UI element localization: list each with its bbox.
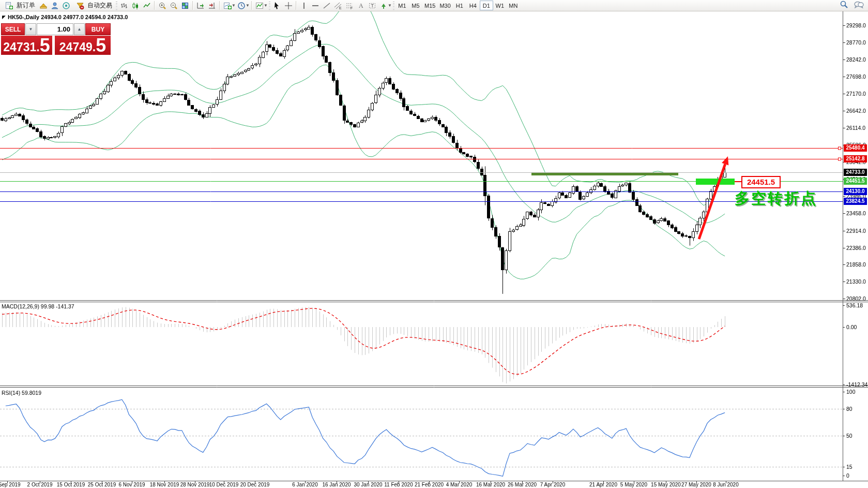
- vertical-line-tool-icon[interactable]: [298, 1, 310, 11]
- search-icon[interactable]: [840, 0, 848, 11]
- tile-windows-icon[interactable]: [179, 1, 191, 11]
- svg-text:T: T: [371, 3, 374, 8]
- timeframe-MN[interactable]: MN: [507, 1, 520, 10]
- toolbar-separator: [296, 1, 297, 10]
- timeframe-group: M1M5M15M30H1H4D1W1MN: [395, 1, 520, 11]
- volume-decrease-button[interactable]: ▼: [25, 23, 36, 35]
- buy-price-main: 24749: [59, 41, 93, 54]
- sell-price-frac: 5: [40, 37, 50, 54]
- zoom-in-icon[interactable]: [157, 1, 168, 11]
- auto-trading-icon: [74, 1, 86, 11]
- horizontal-line-tool-icon[interactable]: [310, 1, 321, 11]
- trading-platform-window: 新订单 自动交易: [0, 0, 868, 488]
- toolbar-separator: [154, 1, 155, 10]
- chart-candles-icon[interactable]: [130, 1, 141, 11]
- text-tool-icon[interactable]: A: [355, 1, 367, 11]
- buy-price-display[interactable]: 24749.5: [55, 36, 111, 55]
- text-label-tool-icon[interactable]: T: [367, 1, 378, 11]
- crosshair-icon[interactable]: [283, 1, 294, 11]
- timeframe-M15[interactable]: M15: [422, 1, 437, 10]
- cursor-icon[interactable]: [271, 1, 283, 11]
- timeframe-W1[interactable]: W1: [493, 1, 507, 10]
- timeframe-M1[interactable]: M1: [395, 1, 409, 10]
- sell-price-main: 24731: [3, 41, 36, 54]
- timeframe-D1[interactable]: D1: [480, 1, 493, 10]
- symbol-ohlc-line: HK50-,Daily 24934.0 24977.0 24594.0 2473…: [8, 14, 128, 20]
- svg-text:A: A: [359, 2, 363, 9]
- volume-increase-button[interactable]: ▲: [74, 23, 85, 35]
- fibonacci-tool-icon[interactable]: F: [344, 1, 355, 11]
- volume-input[interactable]: 1.00: [37, 23, 73, 35]
- toolbar-separator: [192, 1, 193, 10]
- timeframe-M30[interactable]: M30: [437, 1, 452, 10]
- svg-text:F: F: [351, 6, 353, 10]
- new-order-icon: [4, 1, 15, 11]
- auto-scroll-icon[interactable]: [195, 1, 206, 11]
- buy-price-frac: 5: [96, 37, 106, 54]
- auto-trading-label: 自动交易: [87, 1, 112, 10]
- toolbar-grip: [393, 2, 394, 10]
- toolbar-separator: [219, 1, 220, 10]
- timeframe-H4[interactable]: H4: [466, 1, 480, 10]
- chart-canvas[interactable]: [0, 0, 868, 488]
- chat-icon[interactable]: [854, 1, 864, 11]
- equidistant-channel-tool-icon[interactable]: E: [332, 1, 344, 11]
- market-watch-icon[interactable]: [49, 1, 60, 11]
- toolbar: 新订单 自动交易: [0, 0, 868, 11]
- trendline-tool-icon[interactable]: [321, 1, 332, 11]
- periods-dropdown-icon[interactable]: ▼: [246, 3, 250, 8]
- svg-text:E: E: [339, 6, 342, 10]
- toolbar-separator: [251, 1, 252, 10]
- chart-shift-marker-icon: ◤: [2, 14, 6, 20]
- chart-line-icon[interactable]: [141, 1, 153, 11]
- new-order-button[interactable]: 新订单: [1, 1, 38, 11]
- indicators-dropdown-icon[interactable]: ▼: [264, 3, 268, 8]
- timeframe-H1[interactable]: H1: [453, 1, 466, 10]
- profiles-icon[interactable]: [38, 1, 49, 11]
- chart-shift-icon[interactable]: [206, 1, 218, 11]
- toolbar-grip: [116, 2, 117, 10]
- one-click-trading-panel: SELL ▼ 1.00 ▲ BUY 24731.5 24749.5: [1, 23, 111, 55]
- sell-price-display[interactable]: 24731.5: [1, 36, 52, 55]
- sell-button[interactable]: SELL: [1, 23, 25, 35]
- buy-button[interactable]: BUY: [85, 23, 111, 35]
- new-chart-dropdown-icon[interactable]: ▼: [232, 3, 236, 8]
- signals-icon[interactable]: [60, 1, 72, 11]
- arrows-dropdown-icon[interactable]: ▼: [388, 3, 392, 8]
- toolbar-grip: [269, 2, 270, 10]
- timeframe-M5[interactable]: M5: [409, 1, 422, 10]
- zoom-out-icon[interactable]: [168, 1, 179, 11]
- chart-bars-icon[interactable]: [118, 1, 130, 11]
- new-order-label: 新订单: [17, 1, 35, 10]
- auto-trading-button[interactable]: 自动交易: [72, 1, 115, 11]
